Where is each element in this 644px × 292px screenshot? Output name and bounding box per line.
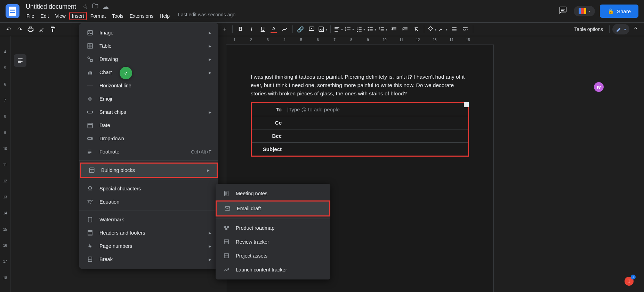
table-handle[interactable] xyxy=(464,102,469,107)
italic-button[interactable]: I xyxy=(247,24,256,34)
submenu-launch-tracker[interactable]: Launch content tracker xyxy=(216,263,330,277)
paint-format-button[interactable] xyxy=(48,24,58,34)
image-icon xyxy=(86,29,94,37)
cloud-icon[interactable]: ☁ xyxy=(103,3,109,10)
svg-point-4 xyxy=(368,30,369,31)
menu-view[interactable]: View xyxy=(53,12,69,20)
drawing-icon xyxy=(86,55,94,63)
insert-menu-dropdown: Image▶ Table▶ Drawing▶ Chart▶ — Horizont… xyxy=(79,23,218,269)
fill-color-button[interactable] xyxy=(427,24,437,34)
svg-rect-18 xyxy=(89,168,94,173)
insert-page-numbers[interactable]: # Page numbers▶ xyxy=(79,239,218,253)
menu-format[interactable]: Format xyxy=(88,12,108,20)
insert-footnote[interactable]: FootnoteCtrl+Alt+F xyxy=(79,145,218,158)
roadmap-icon xyxy=(223,224,230,232)
svg-rect-7 xyxy=(88,30,92,35)
redo-button[interactable]: ↷ xyxy=(15,24,24,34)
submenu-project-assets[interactable]: Project assets xyxy=(216,249,330,263)
menu-file[interactable]: File xyxy=(24,12,37,20)
text-color-button[interactable]: A xyxy=(269,24,279,34)
border-style-button[interactable] xyxy=(460,24,470,34)
insert-emoji[interactable]: ☺ Emoji xyxy=(79,92,218,105)
insert-equation[interactable]: π² Equation xyxy=(79,195,218,208)
table-icon xyxy=(86,42,94,50)
star-icon[interactable]: ☆ xyxy=(82,3,88,10)
collaborator-avatar[interactable]: w xyxy=(594,82,604,92)
share-button[interactable]: 🔒 Share xyxy=(600,5,638,18)
font-size-plus[interactable]: + xyxy=(220,24,230,34)
editing-mode-button[interactable]: ▾ xyxy=(612,24,629,34)
last-edit-link[interactable]: Last edit was seconds ago xyxy=(178,12,235,20)
email-cc-label: Cc xyxy=(256,120,287,126)
menu-edit[interactable]: Edit xyxy=(38,12,52,20)
bold-button[interactable]: B xyxy=(235,24,245,34)
link-button[interactable]: 🔗 xyxy=(296,24,305,34)
insert-date[interactable]: Date xyxy=(79,119,218,132)
insert-smart-chips[interactable]: Smart chips▶ xyxy=(79,105,218,119)
image-button[interactable] xyxy=(318,24,328,34)
chips-icon xyxy=(86,108,94,116)
insert-horizontal-line[interactable]: — Horizontal line xyxy=(79,79,218,92)
insert-break[interactable]: Break▶ xyxy=(79,253,218,266)
menu-tools[interactable]: Tools xyxy=(109,12,126,20)
indent-button[interactable] xyxy=(400,24,410,34)
dropdown-icon xyxy=(86,135,94,142)
menu-extensions[interactable]: Extensions xyxy=(127,12,156,20)
comment-button[interactable] xyxy=(307,24,316,34)
email-draft-block[interactable]: To |Type @ to add people Cc Bcc Subject xyxy=(251,102,469,157)
outdent-button[interactable] xyxy=(389,24,399,34)
clear-format-button[interactable] xyxy=(411,24,421,34)
align-button[interactable] xyxy=(333,24,343,34)
menu-insert[interactable]: Insert xyxy=(69,12,87,20)
menu-help[interactable]: Help xyxy=(157,12,172,20)
print-button[interactable] xyxy=(26,24,35,34)
insert-dropdown[interactable]: Drop-down xyxy=(79,132,218,145)
border-width-button[interactable] xyxy=(449,24,459,34)
body-paragraph[interactable]: I was just thinking if tattoos are painf… xyxy=(251,73,469,98)
svg-rect-19 xyxy=(88,217,92,222)
lock-icon: 🔒 xyxy=(607,8,614,14)
insert-drawing[interactable]: Drawing▶ xyxy=(79,53,218,66)
omega-icon: Ω xyxy=(86,185,94,192)
insert-image[interactable]: Image▶ xyxy=(79,26,218,39)
insert-watermark[interactable]: Watermark xyxy=(79,213,218,226)
undo-button[interactable]: ↶ xyxy=(3,24,13,34)
footnote-icon xyxy=(86,148,94,156)
submenu-email-draft[interactable]: Email draft xyxy=(216,200,330,216)
table-options-button[interactable]: Table options xyxy=(571,26,606,32)
bullet-list-button[interactable] xyxy=(367,24,377,34)
submenu-meeting-notes[interactable]: Meeting notes xyxy=(216,187,330,200)
border-color-button[interactable] xyxy=(438,24,448,34)
insert-chart[interactable]: Chart▶ xyxy=(79,66,218,79)
review-icon xyxy=(223,238,230,246)
underline-button[interactable]: U xyxy=(258,24,267,34)
email-to-input[interactable]: |Type @ to add people xyxy=(287,106,464,112)
launch-icon xyxy=(223,266,230,274)
docs-logo[interactable] xyxy=(6,4,19,18)
numbered-list-button[interactable]: 12 xyxy=(378,24,388,34)
insert-table[interactable]: Table▶ xyxy=(79,39,218,53)
insert-special-characters[interactable]: Ω Special characters xyxy=(79,182,218,195)
expand-toolbar-button[interactable]: ^ xyxy=(631,24,641,34)
svg-rect-12 xyxy=(88,72,89,74)
calendar-icon xyxy=(86,121,94,129)
meet-button[interactable]: ▾ xyxy=(574,6,595,16)
move-icon[interactable] xyxy=(92,3,98,11)
spellcheck-button[interactable] xyxy=(37,24,47,34)
chart-icon xyxy=(86,69,94,76)
insert-building-blocks[interactable]: Building blocks▶ xyxy=(80,163,218,178)
horizontal-ruler: 123 456 789 101112 131415 xyxy=(226,36,567,43)
emoji-icon: ☺ xyxy=(86,95,94,103)
checklist-button[interactable] xyxy=(356,24,365,34)
document-title[interactable]: Untitled document xyxy=(24,2,78,11)
submenu-review-tracker[interactable]: Review tracker xyxy=(216,235,330,249)
svg-rect-16 xyxy=(88,123,92,128)
notification-badge[interactable]: 1 + xyxy=(625,277,634,286)
svg-rect-9 xyxy=(88,44,92,48)
highlight-button[interactable] xyxy=(280,24,290,34)
submenu-product-roadmap[interactable]: Product roadmap xyxy=(216,221,330,235)
insert-headers-footers[interactable]: Headers and footers▶ xyxy=(79,226,218,239)
vertical-ruler: 4 5 6 7 8 9 10 11 12 13 14 15 16 17 18 xyxy=(0,36,10,292)
line-spacing-button[interactable] xyxy=(345,24,354,34)
comment-history-icon[interactable] xyxy=(557,4,569,18)
